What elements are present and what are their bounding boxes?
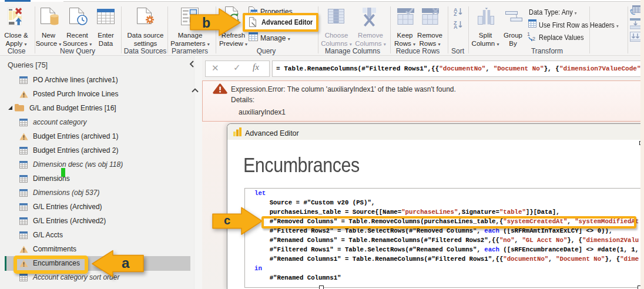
svg-text:Z: Z — [454, 11, 457, 16]
svg-text:A: A — [454, 24, 458, 29]
svg-text:2: 2 — [532, 36, 535, 41]
